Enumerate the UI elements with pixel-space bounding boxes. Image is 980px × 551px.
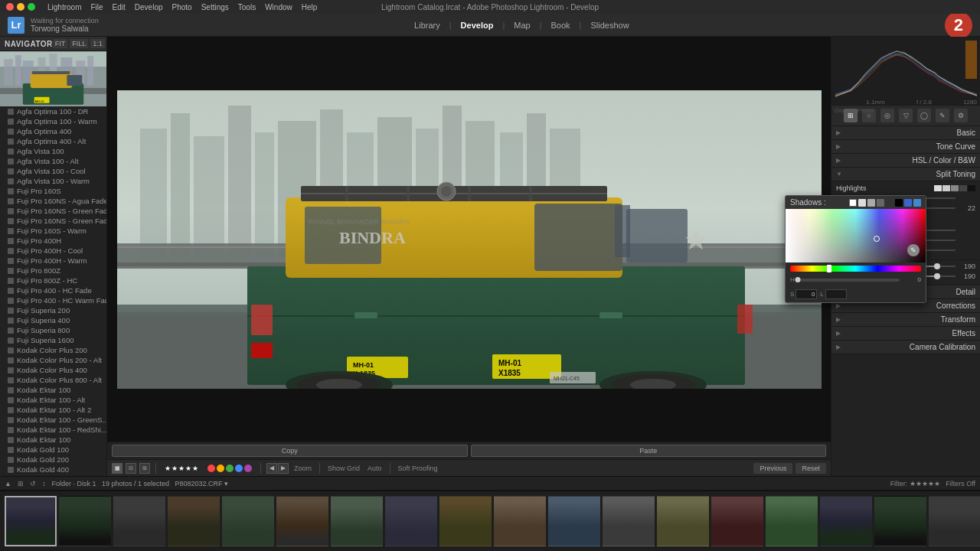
highlights-swatch-white[interactable] <box>934 185 942 191</box>
cp-h-slider-thumb[interactable] <box>795 277 800 282</box>
zoom-1-1-btn[interactable]: 1:1 <box>90 39 105 48</box>
highlights-swatch-gray[interactable] <box>951 185 959 191</box>
preset-item-28[interactable]: Kodak Ektar 100 <box>0 385 106 395</box>
tint-thumb[interactable] <box>934 273 940 279</box>
preset-item-15[interactable]: Fuji Pro 400H - Warm <box>0 256 106 266</box>
preset-item-24[interactable]: Kodak Color Plus 200 <box>0 345 106 355</box>
eyedropper-icon[interactable]: ✎ <box>907 244 920 256</box>
star-3[interactable]: ★ <box>178 465 185 472</box>
section-split-toning-header[interactable]: ▼ Split Toning <box>831 168 980 181</box>
preset-item-25[interactable]: Kodak Color Plus 200 - Alt <box>0 355 106 365</box>
film-thumb-2[interactable] <box>59 496 111 546</box>
color-label-yellow[interactable] <box>217 465 224 472</box>
preset-item-21[interactable]: Fuji Superia 400 <box>0 315 106 325</box>
film-thumb-9[interactable] <box>439 496 492 546</box>
close-button[interactable] <box>6 3 14 11</box>
star-1[interactable]: ★ <box>165 465 171 472</box>
color-label-blue[interactable] <box>235 465 243 472</box>
menu-develop[interactable]: Develop <box>135 3 163 11</box>
section-hsl-header[interactable]: ▶ HSL / Color / B&W <box>831 154 980 168</box>
preset-item-1[interactable]: Agfa Optima 100 - Warm <box>0 116 106 126</box>
film-thumb-14[interactable] <box>711 496 763 546</box>
menu-edit[interactable]: Edit <box>113 3 126 11</box>
filmstrip-grid-btn[interactable]: ⊞ <box>18 480 24 487</box>
preset-item-2[interactable]: Agfa Optima 400 <box>0 126 106 136</box>
film-thumb-10[interactable] <box>494 496 546 546</box>
cp-swatch-gray[interactable] <box>877 199 884 207</box>
star-5[interactable]: ★ <box>192 465 198 472</box>
menu-settings[interactable]: Settings <box>201 3 229 11</box>
preset-item-0[interactable]: Agfa Optima 100 - DR <box>0 106 106 116</box>
preset-item-33[interactable]: Kodak Ektar 100 <box>0 435 106 445</box>
film-thumb-1[interactable] <box>5 496 57 546</box>
color-picker-hue-thumb[interactable] <box>827 265 831 272</box>
temp-thumb[interactable] <box>934 263 940 269</box>
preset-item-32[interactable]: Kodak Ektar 100 - RedShi... <box>0 425 106 435</box>
window-controls[interactable] <box>6 3 35 11</box>
film-thumb-11[interactable] <box>548 496 600 546</box>
nav-next-arrow[interactable]: ▶ <box>278 463 289 474</box>
section-camera-cal-header[interactable]: ▶ Camera Calibration <box>831 341 980 354</box>
film-thumb-3[interactable] <box>113 496 165 546</box>
maximize-button[interactable] <box>28 3 35 11</box>
preset-item-35[interactable]: Kodak Gold 200 <box>0 455 106 465</box>
film-thumb-8[interactable] <box>385 496 437 546</box>
section-basic-header[interactable]: ▶ Basic <box>831 126 980 140</box>
film-thumb-16[interactable] <box>820 496 872 546</box>
view-survey-btn[interactable]: ⊞ <box>139 463 150 474</box>
previous-button[interactable]: Previous <box>753 463 792 474</box>
preset-item-3[interactable]: Agfa Optima 400 - Alt <box>0 136 106 146</box>
zoom-fit-btn[interactable]: FIT <box>53 39 68 48</box>
menu-window[interactable]: Window <box>265 3 292 11</box>
preset-item-6[interactable]: Agfa Vista 100 - Cool <box>0 166 106 176</box>
tab-book[interactable]: Book <box>544 18 578 33</box>
cp-swatch-white[interactable] <box>849 199 857 207</box>
paste-button[interactable]: Paste <box>471 445 827 457</box>
preset-item-20[interactable]: Fuji Superia 200 <box>0 305 106 315</box>
cp-swatch-lightblue[interactable] <box>913 199 921 207</box>
tab-map[interactable]: Map <box>506 18 537 33</box>
star-2[interactable]: ★ <box>172 465 178 472</box>
nav-prev-arrow[interactable]: ◀ <box>266 463 277 474</box>
film-thumb-7[interactable] <box>331 496 383 546</box>
section-tone-curve-header[interactable]: ▶ Tone Curve <box>831 140 980 154</box>
film-thumb-4[interactable] <box>168 496 220 546</box>
preset-item-10[interactable]: Fuji Pro 160NS - Green Fade <box>0 206 106 216</box>
preset-item-36[interactable]: Kodak Gold 400 <box>0 465 106 474</box>
view-compare-btn[interactable]: ⊟ <box>126 463 136 474</box>
highlights-swatch-dgray[interactable] <box>959 185 967 191</box>
soft-proofing-btn[interactable]: Soft Proofing <box>396 465 440 472</box>
highlights-swatch-black[interactable] <box>968 185 975 191</box>
color-picker-gradient[interactable]: ✎ <box>786 209 926 262</box>
filmstrip-expand-btn[interactable]: ▲ <box>5 480 11 487</box>
preset-item-11[interactable]: Fuji Pro 160NS - Green Fade <box>0 216 106 226</box>
preset-item-26[interactable]: Kodak Color Plus 400 <box>0 365 106 375</box>
film-thumb-12[interactable] <box>603 496 655 546</box>
preset-item-13[interactable]: Fuji Pro 400H <box>0 236 106 246</box>
tab-library[interactable]: Library <box>407 18 448 33</box>
cp-s-input[interactable] <box>795 289 817 299</box>
preset-item-27[interactable]: Kodak Color Plus 800 - Alt <box>0 375 106 385</box>
menu-photo[interactable]: Photo <box>172 3 192 11</box>
film-thumb-17[interactable] <box>874 496 926 546</box>
star-4[interactable]: ★ <box>185 465 191 472</box>
color-label-green[interactable] <box>226 465 234 472</box>
color-label-purple[interactable] <box>244 465 252 472</box>
preset-item-5[interactable]: Agfa Vista 100 - Alt <box>0 156 106 166</box>
original-photo-toggle[interactable]: Original Photo <box>835 107 874 114</box>
tab-slideshow[interactable]: Slideshow <box>583 18 636 33</box>
film-thumb-5[interactable] <box>222 496 274 546</box>
cp-swatch-lgray[interactable] <box>858 199 866 207</box>
preset-item-22[interactable]: Fuji Superia 800 <box>0 325 106 335</box>
preset-item-19[interactable]: Fuji Pro 400 - HC Warm Fade <box>0 295 106 305</box>
preset-item-34[interactable]: Kodak Gold 100 <box>0 445 106 455</box>
preset-item-23[interactable]: Fuji Superia 1600 <box>0 335 106 345</box>
cp-swatch-blue[interactable] <box>904 199 912 207</box>
menu-lightroom[interactable]: Lightroom <box>47 3 81 11</box>
section-effects-header[interactable]: ▶ Effects <box>831 327 980 341</box>
zoom-fill-btn[interactable]: FILL <box>70 39 88 48</box>
menu-help[interactable]: Help <box>302 3 318 11</box>
minimize-button[interactable] <box>17 3 24 11</box>
preset-item-17[interactable]: Fuji Pro 800Z - HC <box>0 276 106 285</box>
film-thumb-6[interactable] <box>276 496 328 546</box>
